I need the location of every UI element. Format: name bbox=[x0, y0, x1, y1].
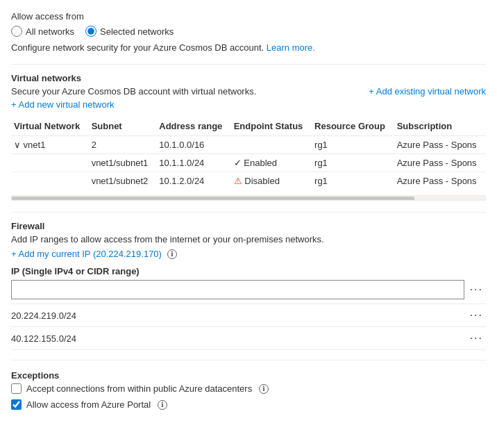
selected-networks-label: Selected networks bbox=[100, 26, 174, 37]
selected-networks-option[interactable]: Selected networks bbox=[85, 26, 174, 37]
firewall-desc: Add IP ranges to allow access from the i… bbox=[11, 234, 486, 244]
scrollbar-thumb bbox=[12, 197, 414, 201]
ip-input[interactable] bbox=[11, 280, 464, 299]
col-resource-group: Resource Group bbox=[312, 117, 394, 136]
exceptions-title: Exceptions bbox=[11, 370, 486, 381]
vnet-rg: rg1 bbox=[312, 136, 394, 154]
ip-input-row: ··· bbox=[11, 280, 486, 299]
table-row: ∨ vnet1 2 10.1.0.0/16 rg1 Azure Pass - S… bbox=[11, 136, 486, 154]
vnet-table-body: ∨ vnet1 2 10.1.0.0/16 rg1 Azure Pass - S… bbox=[11, 136, 486, 190]
info-icon[interactable]: ℹ bbox=[158, 400, 167, 410]
all-networks-label: All networks bbox=[26, 26, 74, 37]
warning-icon: ⚠ bbox=[234, 176, 242, 186]
exception-item: Allow access from Azure Portal ℹ bbox=[11, 399, 486, 410]
add-new-vnet-link[interactable]: + Add new virtual network bbox=[11, 99, 115, 110]
vnet-table-header-row: Virtual Network Subnet Address range End… bbox=[11, 117, 486, 136]
access-radio-group: All networks Selected networks bbox=[11, 26, 486, 37]
exceptions-section: Exceptions Accept connections from withi… bbox=[11, 370, 486, 410]
exception-item: Accept connections from within public Az… bbox=[11, 383, 486, 394]
virtual-networks-title: Virtual networks bbox=[11, 73, 486, 83]
divider-1 bbox=[11, 64, 486, 65]
allow-azure-portal-checkbox[interactable] bbox=[11, 399, 22, 410]
divider-2 bbox=[11, 212, 486, 213]
vnet-name bbox=[11, 154, 89, 172]
vnet-subscription: Azure Pass - Spons bbox=[394, 154, 486, 172]
allow-access-label: Allow access from bbox=[11, 11, 486, 22]
col-address-range: Address range bbox=[156, 117, 230, 136]
add-ip-row: + Add my current IP (20.224.219.170) ℹ bbox=[11, 249, 486, 259]
col-virtual-network: Virtual Network bbox=[11, 117, 89, 136]
vnet-endpoint: ✓ Enabled bbox=[231, 154, 312, 172]
vnet-subnet: vnet1/subnet2 bbox=[89, 172, 157, 190]
vnet-rg: rg1 bbox=[312, 172, 394, 190]
ip-label: IP (Single IPv4 or CIDR range) bbox=[11, 266, 486, 276]
allow-access-section: Allow access from All networks Selected … bbox=[11, 11, 486, 53]
divider-3 bbox=[11, 360, 486, 360]
col-subnet: Subnet bbox=[89, 117, 157, 136]
accept-azure-datacenters-checkbox[interactable] bbox=[11, 383, 22, 394]
ip-entry-row: 40.122.155.0/24 ··· bbox=[11, 326, 486, 350]
vnet-table: Virtual Network Subnet Address range End… bbox=[11, 117, 486, 190]
vnet-address: 10.1.1.0/24 bbox=[156, 154, 230, 172]
virtual-networks-section: Virtual networks Secure your Azure Cosmo… bbox=[11, 73, 486, 201]
selected-networks-radio[interactable] bbox=[85, 26, 96, 37]
vnet-subscription: Azure Pass - Spons bbox=[394, 136, 486, 154]
configure-text: Configure network security for your Azur… bbox=[11, 42, 486, 53]
vnet-rg: rg1 bbox=[312, 154, 394, 172]
ip-entry-row: 20.224.219.0/24 ··· bbox=[11, 304, 486, 326]
col-subscription: Subscription bbox=[394, 117, 486, 136]
all-networks-radio[interactable] bbox=[11, 26, 22, 37]
ip-entry-more-button[interactable]: ··· bbox=[467, 331, 486, 346]
accept-azure-datacenters-label[interactable]: Accept connections from within public Az… bbox=[26, 383, 252, 394]
allow-azure-portal-label[interactable]: Allow access from Azure Portal bbox=[26, 399, 151, 410]
ip-input-more-button[interactable]: ··· bbox=[467, 282, 486, 297]
virtual-networks-header: Secure your Azure Cosmos DB account with… bbox=[11, 86, 486, 97]
vnet-subnet: vnet1/subnet1 bbox=[89, 154, 157, 172]
table-row: vnet1/subnet1 10.1.1.0/24 ✓ Enabled rg1 … bbox=[11, 154, 486, 172]
vnet-table-wrapper: Virtual Network Subnet Address range End… bbox=[11, 117, 486, 195]
vnet-subnet: 2 bbox=[89, 136, 157, 154]
ip-entry-value: 20.224.219.0/24 bbox=[11, 310, 467, 321]
firewall-title: Firewall bbox=[11, 221, 486, 231]
add-current-ip-link[interactable]: + Add my current IP (20.224.219.170) bbox=[11, 249, 162, 259]
vnet-address: 10.1.2.0/24 bbox=[156, 172, 230, 190]
ip-entry-value: 40.122.155.0/24 bbox=[11, 333, 467, 344]
table-row: vnet1/subnet2 10.1.2.0/24 ⚠ Disabled rg1… bbox=[11, 172, 486, 190]
table-scrollbar[interactable] bbox=[11, 195, 486, 201]
info-icon[interactable]: ℹ bbox=[167, 249, 177, 259]
vnet-subscription: Azure Pass - Spons bbox=[394, 172, 486, 190]
learn-more-link[interactable]: Learn more. bbox=[267, 42, 315, 53]
vnet-endpoint bbox=[231, 136, 312, 154]
firewall-section: Firewall Add IP ranges to allow access f… bbox=[11, 221, 486, 350]
vnet-name bbox=[11, 172, 89, 190]
virtual-networks-desc: Secure your Azure Cosmos DB account with… bbox=[11, 86, 256, 97]
vnet-name: ∨ vnet1 bbox=[11, 136, 89, 154]
check-icon: ✓ bbox=[234, 158, 242, 168]
info-icon[interactable]: ℹ bbox=[259, 384, 269, 394]
ip-entry-more-button[interactable]: ··· bbox=[467, 308, 486, 323]
add-existing-vnet-link[interactable]: + Add existing virtual network bbox=[369, 86, 486, 97]
vnet-table-head: Virtual Network Subnet Address range End… bbox=[11, 117, 486, 136]
col-endpoint-status: Endpoint Status bbox=[231, 117, 312, 136]
vnet-endpoint: ⚠ Disabled bbox=[231, 172, 312, 190]
vnet-address: 10.1.0.0/16 bbox=[156, 136, 230, 154]
all-networks-option[interactable]: All networks bbox=[11, 26, 74, 37]
